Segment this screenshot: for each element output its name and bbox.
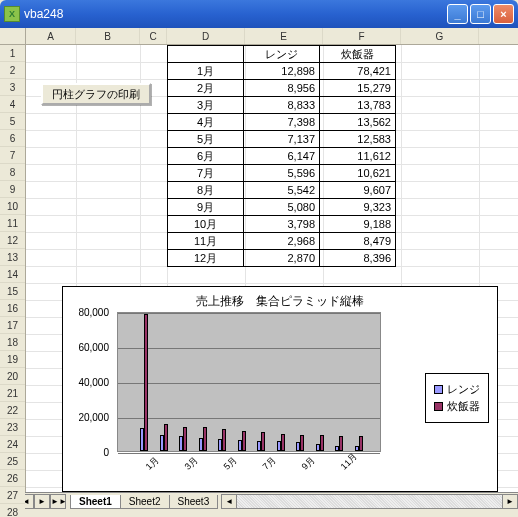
row-header[interactable]: 2 — [0, 62, 25, 79]
minimize-button[interactable]: _ — [447, 4, 468, 24]
table-cell[interactable]: 9月 — [168, 199, 244, 216]
column-header[interactable]: A — [26, 28, 76, 44]
row-header[interactable]: 22 — [0, 402, 25, 419]
select-all-corner[interactable] — [0, 28, 25, 45]
table-cell[interactable]: 5,596 — [244, 165, 320, 182]
table-cell[interactable]: 2月 — [168, 80, 244, 97]
row-header[interactable]: 17 — [0, 317, 25, 334]
table-cell[interactable]: 7月 — [168, 165, 244, 182]
column-header[interactable]: C — [140, 28, 167, 44]
row-header[interactable]: 6 — [0, 130, 25, 147]
sheet-tab[interactable]: Sheet2 — [120, 495, 170, 509]
sheet-tab[interactable]: Sheet1 — [70, 495, 121, 509]
table-cell[interactable]: 10月 — [168, 216, 244, 233]
row-header[interactable]: 5 — [0, 113, 25, 130]
legend-label-1: レンジ — [447, 382, 480, 397]
table-cell[interactable]: 6,147 — [244, 148, 320, 165]
table-cell[interactable]: 5,080 — [244, 199, 320, 216]
table-cell[interactable]: 13,562 — [320, 114, 396, 131]
table-cell[interactable]: 8,833 — [244, 97, 320, 114]
table-cell[interactable]: 2,968 — [244, 233, 320, 250]
y-tick-label: 20,000 — [78, 412, 109, 423]
row-header[interactable]: 23 — [0, 419, 25, 436]
row-header[interactable]: 11 — [0, 215, 25, 232]
table-cell[interactable]: 2,870 — [244, 250, 320, 267]
maximize-button[interactable]: □ — [470, 4, 491, 24]
table-cell[interactable]: 13,783 — [320, 97, 396, 114]
row-header[interactable]: 16 — [0, 300, 25, 317]
table-cell[interactable]: 11月 — [168, 233, 244, 250]
table-cell[interactable]: 8,479 — [320, 233, 396, 250]
row-header[interactable]: 24 — [0, 436, 25, 453]
x-tick-label: 9月 — [299, 454, 318, 473]
table-cell[interactable]: 5,542 — [244, 182, 320, 199]
column-header[interactable]: F — [323, 28, 401, 44]
row-header[interactable]: 4 — [0, 96, 25, 113]
row-header[interactable]: 26 — [0, 470, 25, 487]
scroll-track[interactable] — [237, 494, 502, 509]
sheet-tab[interactable]: Sheet3 — [169, 495, 219, 509]
table-header-cell[interactable]: 炊飯器 — [320, 46, 396, 63]
horizontal-scrollbar[interactable]: ◄ ► — [221, 494, 518, 509]
row-header[interactable]: 3 — [0, 79, 25, 96]
row-header[interactable]: 27 — [0, 487, 25, 504]
table-cell[interactable]: 12月 — [168, 250, 244, 267]
y-tick-label: 60,000 — [78, 342, 109, 353]
close-button[interactable]: × — [493, 4, 514, 24]
row-header[interactable]: 12 — [0, 232, 25, 249]
row-header[interactable]: 14 — [0, 266, 25, 283]
table-cell[interactable]: 9,188 — [320, 216, 396, 233]
table-cell[interactable]: 12,583 — [320, 131, 396, 148]
table-cell[interactable]: 5月 — [168, 131, 244, 148]
grid-area[interactable]: ABCDEFG 円柱グラフの印刷 レンジ炊飯器1月12,89878,4212月8… — [26, 28, 518, 492]
table-cell[interactable]: 11,612 — [320, 148, 396, 165]
row-header[interactable]: 10 — [0, 198, 25, 215]
row-header[interactable]: 28 — [0, 504, 25, 517]
y-tick-label: 40,000 — [78, 377, 109, 388]
row-header[interactable]: 1 — [0, 45, 25, 62]
x-tick-label: 7月 — [260, 454, 279, 473]
table-header-cell[interactable]: レンジ — [244, 46, 320, 63]
status-bar — [0, 510, 518, 516]
table-cell[interactable]: 15,279 — [320, 80, 396, 97]
scroll-left-button[interactable]: ◄ — [221, 494, 237, 509]
table-cell[interactable]: 7,398 — [244, 114, 320, 131]
table-cell[interactable]: 6月 — [168, 148, 244, 165]
column-header[interactable]: B — [76, 28, 140, 44]
row-header[interactable]: 8 — [0, 164, 25, 181]
row-header[interactable]: 19 — [0, 351, 25, 368]
row-header[interactable]: 13 — [0, 249, 25, 266]
y-tick-label: 80,000 — [78, 307, 109, 318]
column-header[interactable]: G — [401, 28, 479, 44]
row-header[interactable]: 18 — [0, 334, 25, 351]
table-cell[interactable]: 8月 — [168, 182, 244, 199]
table-cell[interactable]: 9,323 — [320, 199, 396, 216]
table-cell[interactable]: 9,607 — [320, 182, 396, 199]
column-header[interactable]: D — [167, 28, 245, 44]
table-cell[interactable]: 8,396 — [320, 250, 396, 267]
row-header[interactable]: 15 — [0, 283, 25, 300]
tab-nav-next[interactable]: ► — [34, 494, 50, 509]
table-cell[interactable]: 12,898 — [244, 63, 320, 80]
row-header[interactable]: 25 — [0, 453, 25, 470]
tab-nav-last[interactable]: ►► — [50, 494, 66, 509]
table-header-cell[interactable] — [168, 46, 244, 63]
table-cell[interactable]: 1月 — [168, 63, 244, 80]
table-cell[interactable]: 3月 — [168, 97, 244, 114]
table-cell[interactable]: 78,421 — [320, 63, 396, 80]
table-cell[interactable]: 8,956 — [244, 80, 320, 97]
embedded-chart[interactable]: 売上推移 集合ピラミッド縦棒 020,00040,00060,00080,000… — [62, 286, 498, 492]
window-buttons: _ □ × — [447, 4, 514, 24]
table-cell[interactable]: 4月 — [168, 114, 244, 131]
row-header[interactable]: 9 — [0, 181, 25, 198]
table-cell[interactable]: 3,798 — [244, 216, 320, 233]
table-cell[interactable]: 10,621 — [320, 165, 396, 182]
legend-swatch-2 — [434, 402, 443, 411]
column-header[interactable]: E — [245, 28, 323, 44]
row-header[interactable]: 20 — [0, 368, 25, 385]
print-chart-button[interactable]: 円柱グラフの印刷 — [41, 83, 151, 105]
table-cell[interactable]: 7,137 — [244, 131, 320, 148]
row-header[interactable]: 7 — [0, 147, 25, 164]
scroll-right-button[interactable]: ► — [502, 494, 518, 509]
row-header[interactable]: 21 — [0, 385, 25, 402]
